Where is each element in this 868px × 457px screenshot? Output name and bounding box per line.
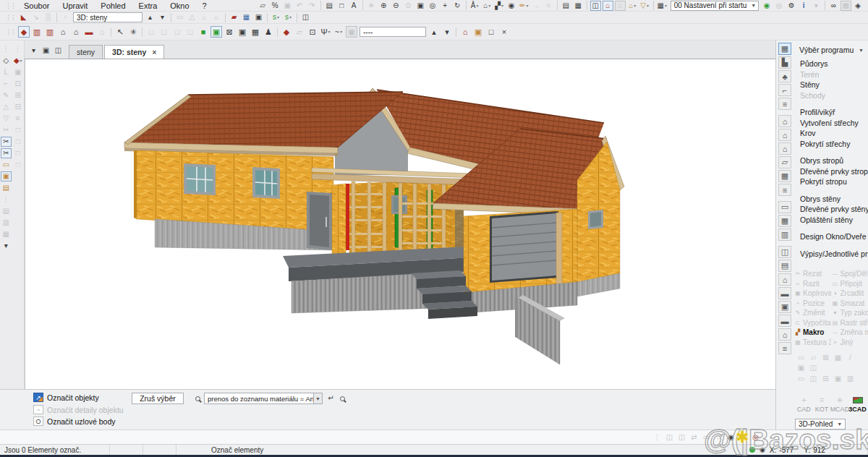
search-person-icon[interactable] <box>340 396 345 401</box>
roof-cover-icon[interactable]: ⌂ <box>778 142 791 155</box>
new-document-icon[interactable]: □ <box>336 1 347 11</box>
angle-tool-icon[interactable]: Å <box>469 1 480 11</box>
tool-sq-4-icon[interactable]: □ <box>12 160 23 170</box>
arrows-icon[interactable]: ↔ <box>713 432 724 443</box>
tool-cut-c-icon[interactable]: ✂ <box>1 148 12 158</box>
floorplan-icon[interactable]: ▙ <box>778 56 791 69</box>
box-small-icon[interactable]: ▫ <box>60 12 71 22</box>
panel-red-icon[interactable]: ▬ <box>778 315 791 327</box>
wall-timber-icon[interactable]: ▦ <box>778 215 791 227</box>
tool-line-icon[interactable]: L <box>1 67 12 77</box>
view-eye-icon[interactable]: ◉ <box>506 1 517 11</box>
sidebar-item[interactable]: Půdorys <box>793 59 868 69</box>
rotate-view-icon[interactable]: ↻ <box>452 1 463 11</box>
win-b-icon[interactable]: ◫ <box>676 432 687 443</box>
measure-icon[interactable]: ✏ <box>519 1 529 11</box>
mode-tab-mcad[interactable]: ✳MCAD <box>831 396 849 413</box>
tool-cut-a-icon[interactable]: ✂ <box>1 125 12 135</box>
sidebar-item[interactable]: Obrys stěny <box>793 194 868 205</box>
grp-2-icon[interactable]: ▱ <box>808 353 819 363</box>
box-wire-2-icon[interactable]: □ <box>158 26 170 38</box>
section-2d-icon[interactable]: ▤ <box>561 1 571 11</box>
action-item[interactable]: ▞Makro <box>793 328 831 336</box>
tool-corner-icon[interactable]: ⌐ <box>1 79 12 89</box>
pin-red-icon[interactable]: ◆ <box>281 26 292 38</box>
tool-sq-2-icon[interactable]: □ <box>12 137 23 147</box>
roof-texture-view-icon[interactable]: ⌂ <box>627 1 638 11</box>
tool-box-3-icon[interactable]: ⊞ <box>12 90 23 101</box>
camera-house-icon[interactable]: ▣ <box>472 26 484 38</box>
zoom-window-icon[interactable]: ▣ <box>415 1 426 11</box>
tool-sq-1-icon[interactable]: □ <box>12 125 23 135</box>
menu-item[interactable]: ? <box>196 1 213 10</box>
wall-sheath-icon[interactable]: ▥ <box>778 228 791 241</box>
startup-settings-combo[interactable]: 00 Nastavení při startu ▼ <box>671 1 759 11</box>
tool-cut-b-icon[interactable]: ✂ <box>1 137 12 147</box>
house-frame-2-icon[interactable]: ⌂ <box>778 328 791 341</box>
grp-4-icon[interactable]: ▦ <box>833 353 843 363</box>
tool-select-icon[interactable]: ◇ <box>1 56 12 66</box>
roof-up-icon[interactable]: △ <box>187 12 197 22</box>
grp-7-icon[interactable]: ◫ <box>808 363 819 373</box>
program-chooser[interactable]: Výběr programu ▼ <box>793 43 868 59</box>
wire-tool-icon[interactable]: ~ <box>333 26 344 38</box>
panel-red-icon[interactable]: ▬ <box>83 26 95 38</box>
walk-mode-icon[interactable]: ◈ <box>853 1 864 11</box>
sidebar-item[interactable]: Design Okno/Dveře <box>793 231 868 242</box>
sidebar-item[interactable]: Krov <box>793 128 868 139</box>
filter-view-icon[interactable]: ▽ <box>639 1 650 11</box>
doc-new-icon[interactable]: □ <box>485 26 497 38</box>
settings-gear-icon[interactable]: ⚙ <box>786 1 797 11</box>
refresh-view-icon[interactable]: ✳ <box>366 1 377 11</box>
grp-12-icon[interactable]: ▥ <box>845 374 856 384</box>
tool-box-4-icon[interactable]: ⊟ <box>12 102 23 112</box>
view-mode-combo[interactable]: 3D-Pohled ▼ <box>795 419 846 430</box>
menu-item[interactable]: Soubor <box>17 1 56 10</box>
drop-icon[interactable]: ▾ <box>738 432 749 443</box>
tool-panel-icon[interactable]: ▣ <box>1 171 12 181</box>
zoom-in-icon[interactable]: ⊕ <box>378 1 389 11</box>
tool-hatch-3-icon[interactable]: ▦ <box>1 229 12 239</box>
info-icon[interactable]: i <box>799 1 809 11</box>
slab-gray-icon[interactable]: ▬ <box>778 287 791 299</box>
tool-draw-icon[interactable]: ✎ <box>1 90 12 101</box>
pan-icon[interactable]: + <box>440 1 451 11</box>
sidebar-item[interactable]: Opláštění stěny <box>793 215 868 226</box>
box-solid-green-icon[interactable]: ■ <box>197 26 209 38</box>
grp-1-icon[interactable]: ▭ <box>796 353 807 363</box>
detach-view-icon[interactable]: ▣ <box>41 46 51 56</box>
enter-icon[interactable]: ↵ <box>326 393 336 403</box>
roof-open-icon[interactable]: ⌂ <box>199 12 210 22</box>
stairs-icon[interactable]: ≡ <box>778 98 791 110</box>
design-window-icon[interactable]: ◫ <box>778 246 791 258</box>
sidebar-item[interactable]: Pokrytí střechy <box>793 139 868 150</box>
transfer-icon[interactable]: → <box>531 1 542 11</box>
sidebar-item[interactable]: Dřevěné prvky stěny <box>793 204 868 215</box>
tool-hatch-2-icon[interactable]: ▥ <box>1 218 12 228</box>
close-tab-icon[interactable]: × <box>152 48 156 56</box>
tool-more-icon[interactable]: ▾ <box>1 241 12 251</box>
eye-icon[interactable]: ◉ <box>760 446 765 453</box>
rail-grip-3-icon[interactable]: ⋮ <box>12 44 23 54</box>
window-layout-icon[interactable]: ▦ <box>573 1 584 11</box>
eraser-icon[interactable]: ▱ <box>294 26 305 38</box>
undo-icon[interactable]: ↶ <box>294 1 305 11</box>
spin-down-icon[interactable]: ▾ <box>441 26 453 38</box>
tool-lines-icon[interactable]: ≡ <box>12 114 23 124</box>
tool-up-icon[interactable]: △ <box>1 102 12 112</box>
grp-3-icon[interactable]: ⊠ <box>820 353 831 363</box>
sidebar-item[interactable]: Dřevěné prvky stropu <box>793 166 868 177</box>
menu-item[interactable]: Upravit <box>56 1 94 10</box>
camera-copy-icon[interactable]: ◫ <box>300 12 311 22</box>
house-add-icon[interactable]: ⌂ <box>211 12 222 22</box>
tool-sheet-icon[interactable]: ▤ <box>1 183 12 193</box>
section-plane-icon[interactable]: ▞ <box>494 1 505 11</box>
sync-icon[interactable]: ⇄ <box>689 432 699 443</box>
redo-icon[interactable]: ↷ <box>307 1 318 11</box>
clear-selection-button[interactable]: Zruš výběr <box>132 393 184 404</box>
terrain-icon[interactable]: ♣ <box>778 70 791 82</box>
mode-tab-kot[interactable]: =KOT <box>813 396 831 413</box>
link-icon[interactable]: ≈ <box>543 1 554 11</box>
box-wire-4-icon[interactable]: □ <box>184 26 196 38</box>
sidebar-item[interactable]: Vytvoření střechy <box>793 118 868 129</box>
